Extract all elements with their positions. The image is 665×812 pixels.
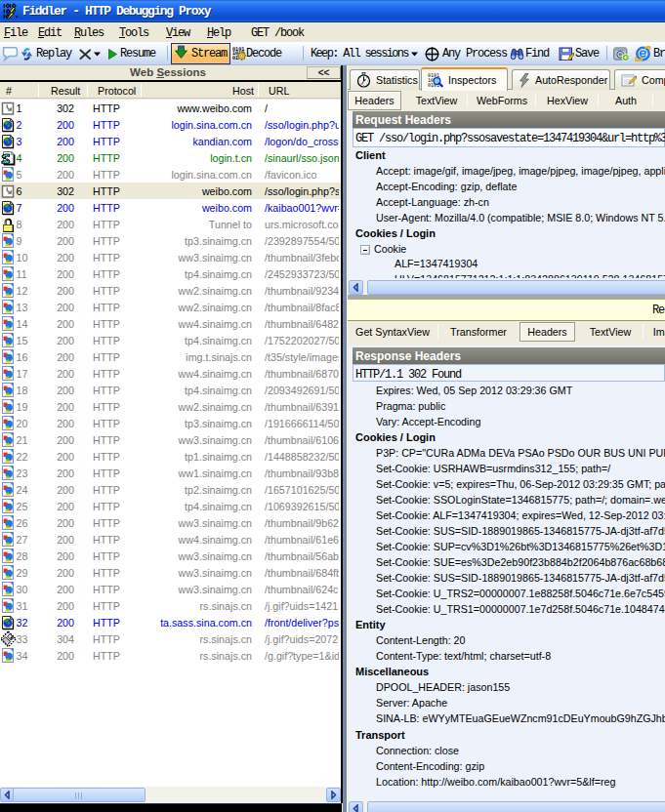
session-row-6[interactable]: 6302HTTPweibo.com/sso/login.php?ssosaves…: [0, 183, 341, 199]
session-row-5[interactable]: 5200HTTPlogin.sina.com.cn/favicon.ico: [0, 166, 341, 183]
response-tab-headers[interactable]: Headers: [520, 322, 575, 342]
keep-sessions-dropdown[interactable]: Keep: All sessions: [311, 42, 408, 65]
session-row-19[interactable]: 19200HTTPww2.sinaimg.cn/thumbnail/639186…: [0, 398, 341, 415]
session-row-22[interactable]: 22200HTTPtp1.sinaimg.cn/1448858232/50/56…: [0, 448, 341, 465]
session-row-4[interactable]: 4200HTTPlogin.t.cn/sinaurl/sso.jsonp: [0, 149, 341, 166]
session-row-3[interactable]: 3200HTTPkandian.com/logon/do_crossdomain: [0, 133, 341, 149]
request-hscrollbar[interactable]: [349, 279, 665, 295]
scroll-left-button[interactable]: [349, 801, 363, 812]
scroll-left-button[interactable]: [349, 280, 363, 295]
session-row-16[interactable]: 16200HTTPimg.t.sinajs.cn/t35/style/image…: [0, 348, 341, 365]
session-row-8[interactable]: 8200HTTPTunnel tours.microsoft.com:443: [0, 216, 341, 232]
column-separator[interactable]: [87, 84, 88, 97]
collapse-toggle-icon[interactable]: [360, 245, 370, 255]
session-list-hscrollbar[interactable]: [0, 787, 341, 803]
response-tab-imageview[interactable]: ImageView: [644, 322, 665, 342]
scroll-thumb[interactable]: [367, 280, 665, 295]
request-tab-auth[interactable]: Auth: [600, 91, 652, 110]
session-row-15[interactable]: 15200HTTPtp4.sinaimg.cn/1752202027/50/56…: [0, 332, 341, 348]
menu-item-view[interactable]: View: [166, 26, 189, 40]
quickexec-box[interactable]: [0, 803, 342, 812]
session-row-17[interactable]: 17200HTTPww4.sinaimg.cn/thumbnail/6870c4…: [0, 365, 341, 382]
title-bar[interactable]: Fiddler - HTTP Debugging Proxy: [0, 0, 665, 22]
session-row-14[interactable]: 14200HTTPww4.sinaimg.cn/thumbnail/64822a…: [0, 315, 341, 332]
decode-button[interactable]: Decode: [246, 42, 281, 65]
response-encoded-notification[interactable]: Re: [348, 299, 665, 321]
save-button[interactable]: Save: [575, 42, 599, 65]
session-row-27[interactable]: 27200HTTPww4.sinaimg.cn/thumbnail/61e6a3…: [0, 531, 341, 548]
session-row-21[interactable]: 21200HTTPww3.sinaimg.cn/thumbnail/61064c…: [0, 431, 341, 448]
scroll-thumb[interactable]: [367, 801, 665, 812]
column-header-host[interactable]: Host: [232, 85, 254, 97]
session-row-18[interactable]: 18200HTTPtp4.sinaimg.cn/2093492691/50/56…: [0, 382, 341, 398]
session-row-30[interactable]: 30200HTTPww3.sinaimg.cn/thumbnail/624c6f…: [0, 581, 341, 597]
session-row-25[interactable]: 25200HTTPtp4.sinaimg.cn/1069392615/50/56…: [0, 498, 341, 514]
browse-button[interactable]: Browse: [653, 42, 665, 65]
column-separator[interactable]: [141, 84, 142, 97]
menu-item-get-book[interactable]: GET /book: [251, 26, 304, 40]
menu-item-help[interactable]: Help: [207, 26, 230, 40]
session-row-13[interactable]: 13200HTTPww2.sinaimg.cn/thumbnail/8fac8f…: [0, 299, 341, 315]
menu-item-edit[interactable]: Edit: [38, 26, 62, 40]
tab-inspectors[interactable]: 010110100101 Inspectors: [421, 67, 508, 91]
session-row-7[interactable]: 7200HTTPweibo.com/kaibao001?wvr=5&lf=reg: [0, 199, 341, 216]
session-row-28[interactable]: 28200HTTPww3.sinaimg.cn/thumbnail/56ab99…: [0, 548, 341, 564]
header-item[interactable]: Cookie: [349, 241, 665, 257]
column-header-result[interactable]: Result: [51, 85, 80, 97]
session-row-23[interactable]: 23200HTTPww1.sinaimg.cn/thumbnail/93b880…: [0, 465, 341, 481]
request-tab-partial[interactable]: [654, 91, 665, 110]
session-row-1[interactable]: 1302HTTPwww.weibo.com/: [0, 100, 341, 116]
response-hscrollbar[interactable]: [349, 800, 665, 812]
ie-browser-icon[interactable]: [635, 42, 651, 65]
find-binoculars-icon[interactable]: [510, 42, 524, 65]
session-row-9[interactable]: 9200HTTPtp3.sinaimg.cn/2392897554/50/560…: [0, 232, 341, 249]
session-row-12[interactable]: 12200HTTPww2.sinaimg.cn/thumbnail/9234be…: [0, 282, 341, 299]
column-header-protocol[interactable]: Protocol: [98, 85, 136, 97]
column-separator[interactable]: [258, 84, 259, 97]
request-tab-hexview[interactable]: HexView: [537, 91, 598, 110]
save-disk-icon[interactable]: [559, 42, 574, 65]
menu-item-file[interactable]: File: [4, 26, 27, 40]
keep-dropdown-caret[interactable]: [411, 42, 418, 65]
session-row-31[interactable]: 31200HTTPrs.sinajs.cn/j.gif?uids=1421558…: [0, 597, 341, 614]
tab-statistics[interactable]: Statistics: [350, 69, 420, 90]
comment-bubble-icon[interactable]: [1, 42, 20, 65]
any-process-target-icon[interactable]: [425, 42, 439, 65]
resume-button[interactable]: Resume: [120, 42, 155, 65]
replay-button[interactable]: Replay: [36, 42, 71, 65]
request-tab-headers[interactable]: Headers: [348, 91, 401, 110]
resume-play-icon[interactable]: [108, 42, 117, 65]
scroll-thumb[interactable]: [13, 788, 145, 802]
session-row-24[interactable]: 24200HTTPtp2.sinaimg.cn/1657101625/50/56…: [0, 481, 341, 498]
menu-item-tools[interactable]: Tools: [119, 26, 148, 40]
session-row-26[interactable]: 26200HTTPww3.sinaimg.cn/thumbnail/9b62b0…: [0, 514, 341, 531]
screenshot-camera-icon[interactable]: [613, 42, 630, 65]
session-row-33[interactable]: 33304HTTPrs.sinajs.cn/j.gif?uids=2072863…: [0, 630, 341, 647]
session-row-20[interactable]: 20200HTTPtp3.sinaimg.cn/1916666114/50/56…: [0, 415, 341, 431]
response-tab-textview[interactable]: TextView: [578, 322, 643, 342]
delete-dropdown-caret[interactable]: [94, 42, 101, 65]
tab-composer[interactable]: Composer: [614, 69, 665, 90]
collapse-panel-button[interactable]: <<: [307, 66, 341, 79]
column-header-num[interactable]: #: [6, 85, 12, 97]
any-process-button[interactable]: Any Process: [442, 42, 507, 65]
scroll-right-button[interactable]: [326, 788, 341, 802]
column-header-url[interactable]: URL: [269, 85, 289, 97]
decode-icon[interactable]: 0101101001: [232, 42, 246, 65]
response-tab-transformer[interactable]: Transformer: [439, 322, 518, 342]
response-tab-get-syntaxview[interactable]: Get SyntaxView: [348, 322, 437, 342]
request-tab-webforms[interactable]: WebForms: [469, 91, 535, 110]
replay-icon[interactable]: [20, 42, 34, 65]
tab-autoresponder[interactable]: AutoResponder: [512, 69, 610, 90]
session-row-11[interactable]: 11200HTTPtp4.sinaimg.cn/2452933723/50/56…: [0, 265, 341, 282]
delete-x-icon[interactable]: [78, 42, 93, 65]
session-row-34[interactable]: 34200HTTPrs.sinajs.cn/g.gif?type=1&id=20…: [0, 647, 341, 664]
stream-toggle-button[interactable]: Stream: [171, 43, 230, 64]
request-tab-textview[interactable]: TextView: [406, 91, 467, 110]
menu-item-rules[interactable]: Rules: [74, 26, 104, 40]
column-separator[interactable]: [38, 84, 39, 97]
session-row-29[interactable]: 29200HTTPww3.sinaimg.cn/thumbnail/684fb8…: [0, 564, 341, 581]
find-button[interactable]: Find: [525, 42, 549, 65]
session-row-2[interactable]: 2200HTTPlogin.sina.com.cn/sso/login.php?…: [0, 116, 341, 133]
session-row-32[interactable]: 32200HTTPta.sass.sina.com.cn/front/deliv…: [0, 614, 341, 630]
